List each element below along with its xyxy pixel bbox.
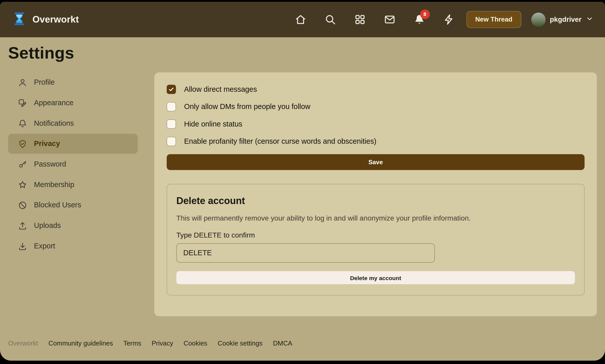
palette-icon (18, 98, 27, 108)
lightning-icon[interactable] (443, 14, 455, 25)
checkbox-allow-direct-messages[interactable]: Allow direct messages (167, 85, 585, 94)
home-icon[interactable] (295, 14, 306, 25)
sidebar-item-label: Profile (34, 78, 55, 86)
delete-account-card: Delete account This will permanently rem… (167, 184, 585, 296)
sidebar-item-uploads[interactable]: Uploads (8, 215, 138, 235)
footer-link-terms[interactable]: Terms (123, 340, 141, 348)
bell-icon[interactable]: 8 (413, 14, 425, 25)
checkbox-box[interactable] (167, 102, 176, 112)
top-bar: Overworkt 8 New Thread (0, 2, 605, 37)
settings-page: Overworkt 8 New Thread (0, 2, 605, 361)
star-icon (18, 180, 27, 190)
checkbox-only-dms-from-followed[interactable]: Only allow DMs from people you follow (167, 102, 585, 112)
username: pkgdriver (550, 15, 581, 24)
footer: Overworkt Community guidelines Terms Pri… (8, 340, 292, 348)
checkbox-box[interactable] (167, 119, 176, 129)
sidebar-item-notifications[interactable]: Notifications (8, 113, 138, 133)
settings-sidebar: Profile Appearance Notifications Privacy… (8, 72, 138, 256)
mail-icon[interactable] (384, 14, 395, 25)
sidebar-item-profile[interactable]: Profile (8, 72, 138, 93)
notification-badge: 8 (420, 9, 430, 19)
delete-account-title: Delete account (176, 195, 575, 206)
sidebar-item-blocked-users[interactable]: Blocked Users (8, 195, 138, 215)
sidebar-item-privacy[interactable]: Privacy (8, 134, 138, 154)
checkbox-box[interactable] (167, 85, 176, 94)
footer-link-community-guidelines[interactable]: Community guidelines (48, 340, 113, 348)
sidebar-item-appearance[interactable]: Appearance (8, 93, 138, 113)
sidebar-item-export[interactable]: Export (8, 236, 138, 256)
user-menu[interactable]: pkgdriver (531, 12, 593, 27)
search-icon[interactable] (324, 14, 336, 25)
screen: Overworkt 8 New Thread (0, 2, 605, 364)
check-icon (168, 86, 174, 92)
footer-link-cookie-settings[interactable]: Cookie settings (218, 340, 263, 348)
upload-icon (18, 221, 27, 230)
checkbox-hide-online-status[interactable]: Hide online status (167, 119, 585, 129)
sidebar-item-label: Privacy (34, 139, 60, 148)
footer-link-cookies[interactable]: Cookies (184, 340, 207, 348)
checkbox-label: Allow direct messages (184, 85, 257, 94)
sidebar-item-membership[interactable]: Membership (8, 175, 138, 195)
page-title: Settings (8, 43, 597, 62)
sidebar-item-password[interactable]: Password (8, 154, 138, 174)
sidebar-item-label: Notifications (34, 119, 74, 128)
ban-icon (18, 200, 27, 210)
viewport: Overworkt 8 New Thread (0, 0, 605, 364)
sidebar-item-label: Uploads (34, 221, 61, 230)
checkbox-label: Hide online status (184, 120, 242, 128)
sidebar-item-label: Blocked Users (34, 201, 81, 209)
person-icon (18, 78, 27, 87)
checkbox-profanity-filter[interactable]: Enable profanity filter (censor curse wo… (167, 137, 585, 146)
delete-account-description: This will permanently remove your abilit… (176, 214, 575, 222)
checkbox-label: Only allow DMs from people you follow (184, 102, 310, 111)
footer-brand: Overworkt (8, 340, 38, 348)
new-thread-button[interactable]: New Thread (466, 11, 521, 28)
sidebar-item-label: Password (34, 160, 66, 168)
key-icon (18, 159, 27, 169)
shield-icon (18, 139, 27, 149)
apps-grid-icon[interactable] (354, 14, 366, 25)
footer-link-dmca[interactable]: DMCA (273, 340, 292, 348)
footer-link-privacy[interactable]: Privacy (152, 340, 173, 348)
delete-confirm-input[interactable] (176, 243, 435, 263)
sidebar-item-label: Membership (34, 180, 74, 189)
avatar[interactable] (531, 12, 545, 27)
save-button[interactable]: Save (167, 154, 585, 170)
confirm-label: Type DELETE to confirm (176, 231, 575, 239)
brand-name: Overworkt (32, 14, 79, 25)
delete-account-button[interactable]: Delete my account (176, 271, 575, 284)
checkbox-box[interactable] (167, 137, 176, 146)
bell-icon (18, 119, 27, 128)
chevron-down-icon[interactable] (586, 15, 593, 24)
sidebar-item-label: Appearance (34, 99, 74, 107)
top-nav: 8 (295, 14, 455, 25)
hourglass-logo-icon (12, 11, 27, 28)
brand[interactable]: Overworkt (12, 11, 79, 28)
download-icon (18, 241, 27, 251)
sidebar-item-label: Export (34, 242, 55, 250)
checkbox-label: Enable profanity filter (censor curse wo… (184, 137, 376, 145)
privacy-panel: Allow direct messages Only allow DMs fro… (154, 72, 597, 316)
